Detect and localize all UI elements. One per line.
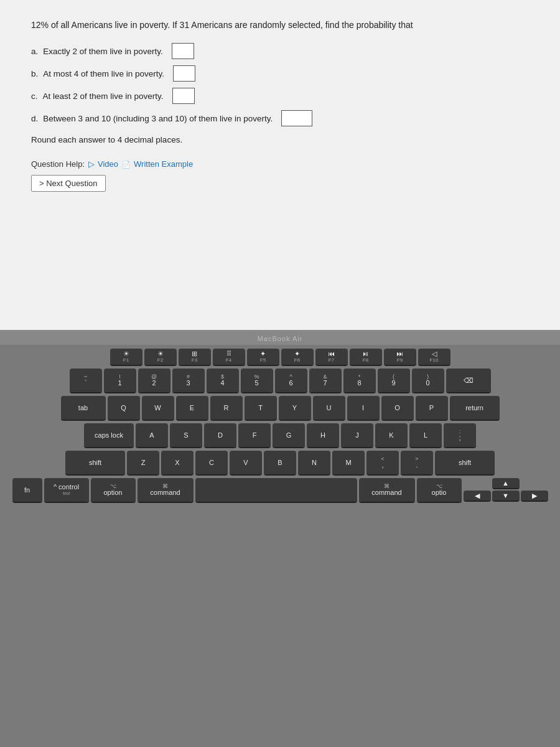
key-f1[interactable]: ☀F1 [110,349,142,366]
bottom-key-row: fn ^ controltrol ⌥option ⌘command ⌘comma… [6,478,554,503]
key-shift-right[interactable]: shift [435,451,495,476]
key-option-left[interactable]: ⌥option [91,478,136,503]
key-q[interactable]: Q [108,396,140,421]
key-period[interactable]: >. [401,451,433,476]
part-d-input[interactable] [281,110,312,126]
key-x[interactable]: X [161,451,194,476]
key-0[interactable]: )0 [412,369,444,393]
part-c-text: At least 2 of them live in poverty. [43,92,164,101]
key-f4[interactable]: ⠿F4 [213,349,245,366]
key-f[interactable]: F [238,423,271,448]
written-example-link[interactable]: Written Example [122,159,193,169]
z-key-row: shift Z X C V B N M <, >. shift [6,451,554,476]
key-f8[interactable]: ⏯F8 [350,349,382,366]
number-key-row: ~` !1 @2 #3 $4 %5 ^6 &7 *8 (9 )0 ⌫ [6,369,554,393]
key-y[interactable]: Y [279,396,311,421]
key-shift-left[interactable]: shift [65,451,125,476]
key-g[interactable]: G [273,423,305,448]
key-command-right[interactable]: ⌘command [359,478,415,503]
key-2[interactable]: @2 [138,369,170,393]
part-b-input[interactable] [173,65,195,82]
key-5[interactable]: %5 [241,369,273,393]
screen-content: 12% of all Americans live in poverty. If… [0,0,560,330]
key-return[interactable]: return [450,396,500,421]
part-d-text: Between 3 and 10 (including 3 and 10) of… [43,114,273,123]
key-i[interactable]: I [347,396,380,421]
key-option-right[interactable]: ⌥optio [417,478,462,503]
key-e[interactable]: E [176,396,208,421]
key-arrow-left[interactable]: ◀ [464,491,491,502]
video-icon [88,159,96,169]
part-d-row: d. Between 3 and 10 (including 3 and 10)… [31,110,529,126]
key-f3[interactable]: ⊞F3 [179,349,211,366]
key-c[interactable]: C [195,451,228,476]
key-p[interactable]: P [416,396,448,421]
key-n[interactable]: N [298,451,330,476]
part-d-label: d. [31,114,38,123]
key-j[interactable]: J [341,423,373,448]
part-c-label: c. [31,92,38,101]
part-a-label: a. [31,47,38,56]
part-b-row: b. At most 4 of them live in poverty. [31,65,529,82]
key-caps[interactable]: caps lock [84,423,134,448]
key-backspace[interactable]: ⌫ [446,369,491,393]
key-comma[interactable]: <, [366,451,399,476]
video-link[interactable]: Video [88,159,118,169]
part-a-input[interactable] [172,43,194,59]
key-arrow-up[interactable]: ▲ [492,478,520,489]
key-d[interactable]: D [204,423,236,448]
key-f7[interactable]: ⏮F7 [315,349,348,366]
key-tab[interactable]: tab [61,396,106,421]
key-7[interactable]: &7 [309,369,342,393]
key-f2[interactable]: ☀F2 [144,349,177,366]
key-4[interactable]: $4 [207,369,239,393]
key-command-left[interactable]: ⌘command [138,478,194,503]
next-question-button[interactable]: > Next Question [31,175,106,192]
key-m[interactable]: M [332,451,365,476]
key-space[interactable] [195,478,357,503]
key-f6[interactable]: ✦F6 [281,349,314,366]
key-f5[interactable]: ✦F5 [247,349,279,366]
key-f9[interactable]: ⏭F9 [384,349,416,366]
part-a-text: Exactly 2 of them live in poverty. [43,47,163,56]
part-a-row: a. Exactly 2 of them live in poverty. [31,43,529,59]
key-a[interactable]: A [136,423,168,448]
question-help-row: Question Help: Video Written Example [31,159,529,169]
key-l[interactable]: L [409,423,442,448]
key-ctrl[interactable]: ^ controltrol [44,478,89,503]
key-1[interactable]: !1 [104,369,136,393]
key-3[interactable]: #3 [172,369,205,393]
key-h[interactable]: H [307,423,339,448]
key-f10[interactable]: ◁F10 [418,349,450,366]
video-label: Video [98,159,118,169]
key-t[interactable]: T [245,396,277,421]
key-arrow-right[interactable]: ▶ [521,491,548,502]
fn-key-row: ☀F1 ☀F2 ⊞F3 ⠿F4 ✦F5 ✦F6 ⏮F7 ⏯F8 ⏭F9 ◁F10 [6,349,554,366]
key-k[interactable]: K [375,423,408,448]
written-label: Written Example [134,159,193,169]
help-label: Question Help: [31,159,85,169]
q-key-row: tab Q W E R T Y U I O P return [6,396,554,421]
key-v[interactable]: V [230,451,262,476]
doc-icon [122,159,132,169]
key-w[interactable]: W [142,396,174,421]
key-tilde[interactable]: ~` [70,369,102,393]
laptop-body: MacBook Air ☀F1 ☀F2 ⊞F3 ⠿F4 ✦F5 ✦F6 ⏮F7 … [0,330,560,747]
key-semicolon[interactable]: :; [444,423,476,448]
key-u[interactable]: U [313,396,345,421]
key-s[interactable]: S [170,423,202,448]
key-8[interactable]: *8 [343,369,376,393]
next-question-label: > Next Question [39,179,98,188]
key-9[interactable]: (9 [378,369,410,393]
part-b-label: b. [31,69,38,78]
key-fn[interactable]: fn [12,478,42,503]
key-6[interactable]: ^6 [275,369,307,393]
macbook-label: MacBook Air [258,335,303,342]
part-c-input[interactable] [172,88,195,104]
key-b[interactable]: B [264,451,296,476]
key-o[interactable]: O [381,396,414,421]
part-b-text: At most 4 of them live in poverty. [43,69,164,78]
key-r[interactable]: R [210,396,243,421]
key-arrow-down[interactable]: ▼ [492,491,520,502]
key-z[interactable]: Z [127,451,159,476]
